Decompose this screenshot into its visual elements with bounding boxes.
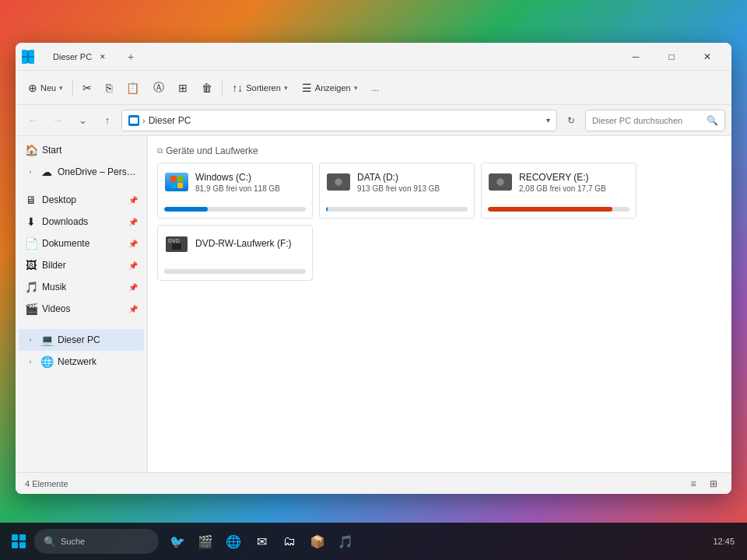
forward-button[interactable]: → [47,110,68,131]
taskbar-files-icon[interactable]: 🗂 [277,529,302,554]
drive-d-top: DATA (D:) 913 GB frei von 913 GB [326,170,468,194]
taskbar-box-icon[interactable]: 📦 [305,529,330,554]
new-tab-button[interactable]: + [120,46,142,68]
grid-view-button[interactable]: ⊞ [705,475,722,492]
drive-c[interactable]: Windows (C:) 81,9 GB frei von 118 GB [157,163,313,219]
taskbar-right: 12:45 [713,537,741,546]
taskbar-music-icon[interactable]: 🎵 [333,529,358,554]
address-path: Dieser PC [149,115,543,126]
sidebar-item-videos[interactable]: 🎬 Videos 📌 [19,298,144,320]
sidebar-item-onedrive[interactable]: › ☁ OneDrive – Persona [19,161,144,183]
sort-icon: ↑↓ [232,82,243,94]
address-separator: › [142,116,146,125]
taskbar-video-icon[interactable]: 🎬 [193,529,218,554]
drive-f-bar-track [164,269,306,274]
onedrive-label: OneDrive – Persona [58,166,138,177]
view-button[interactable]: ☰ Anzeigen ▾ [296,75,364,100]
list-view-button[interactable]: ≡ [685,475,702,492]
drive-e-top: RECOVERY (E:) 2,08 GB frei von 17,7 GB [488,170,630,194]
network-icon: 🌐 [40,355,53,368]
rename-button[interactable]: Ⓐ [147,75,170,100]
main-panel: ⧉ Geräte und Laufwerke [148,136,731,472]
drive-d-name: DATA (D:) [357,172,468,183]
back-button[interactable]: ← [22,110,44,131]
toolbar: ⊕ Neu ▾ ✂ ⎘ 📋 Ⓐ ⊞ 🗑 ↑↓ Sortieren ▾ ☰ [16,71,731,105]
delete-button[interactable]: 🗑 [195,75,219,100]
home-icon: 🏠 [25,144,37,156]
drive-f-top: DVD DVD-RW-Laufwerk (F:) [164,232,306,257]
maximize-button[interactable]: □ [654,43,689,71]
taskbar-icons: 🐦 🎬 🌐 ✉ 🗂 📦 🎵 [165,529,358,554]
content-area: 🏠 Start › ☁ OneDrive – Persona 🖥 Desktop… [16,136,731,472]
drive-f[interactable]: DVD DVD-RW-Laufwerk (F:) [157,225,313,281]
taskbar-search[interactable]: 🔍 Suche [34,529,159,554]
drive-d[interactable]: DATA (D:) 913 GB frei von 913 GB [319,163,475,219]
desktop-label: Desktop [42,194,124,205]
desktop-icon: 🖥 [25,194,37,206]
pictures-icon: 🖼 [25,259,37,271]
new-button[interactable]: ⊕ Neu ▾ [22,75,69,100]
copy-icon: ⎘ [106,82,112,94]
share-button[interactable]: ⊞ [172,75,194,100]
sidebar-item-network[interactable]: › 🌐 Netzwerk [19,351,144,373]
taskbar-search-icon: 🔍 [44,536,56,548]
taskbar-browser-icon[interactable]: 🌐 [221,529,246,554]
refresh-button[interactable]: ↻ [560,110,582,131]
view-icon: ☰ [302,82,312,94]
network-label: Netzwerk [58,356,138,367]
plus-icon: ⊕ [28,82,37,94]
close-button[interactable]: ✕ [689,43,725,71]
sidebar: 🏠 Start › ☁ OneDrive – Persona 🖥 Desktop… [16,136,148,472]
this-pc-label: Dieser PC [58,334,138,345]
drive-c-top: Windows (C:) 81,9 GB frei von 118 GB [164,170,306,194]
sort-label: Sortieren [246,83,281,93]
recent-locations-button[interactable]: ⌄ [72,110,93,131]
music-icon: 🎵 [25,281,37,293]
view-label: Anzeigen [315,83,351,93]
minimize-button[interactable]: ─ [618,43,654,71]
taskbar: 🔍 Suche 🐦 🎬 🌐 ✉ 🗂 📦 🎵 12:45 [0,523,747,560]
sidebar-item-desktop[interactable]: 🖥 Desktop 📌 [19,189,144,211]
cut-button[interactable]: ✂ [76,75,98,100]
view-dropdown-icon: ▾ [354,84,358,92]
drive-c-bar-track [164,207,306,212]
documents-pin-icon: 📌 [128,240,138,248]
devices-section-title: ⧉ Geräte und Laufwerke [157,145,722,156]
start-label: Start [42,145,138,156]
downloads-label: Downloads [42,216,124,227]
address-bar: ← → ⌄ ↑ › Dieser PC ▾ ↻ 🔍 [16,105,731,136]
sidebar-item-this-pc[interactable]: › 💻 Dieser PC [19,329,144,351]
taskbar-bird-icon[interactable]: 🐦 [165,529,190,554]
windows-logo [12,534,26,548]
sidebar-item-pictures[interactable]: 🖼 Bilder 📌 [19,254,144,276]
search-icon: 🔍 [707,115,718,126]
new-dropdown-icon: ▾ [59,84,63,92]
onedrive-icon: ☁ [40,166,53,178]
documents-icon: 📄 [25,237,37,250]
section-arrow-icon: ⧉ [157,146,163,156]
search-box[interactable]: 🔍 [585,110,725,131]
copy-button[interactable]: ⎘ [100,75,118,100]
more-button[interactable]: ... [366,75,385,100]
sidebar-item-downloads[interactable]: ⬇ Downloads 📌 [19,211,144,233]
drive-e-bar-fill [488,207,612,212]
taskbar-search-label: Suche [61,537,85,546]
titlebar: Dieser PC ✕ + ─ □ ✕ [16,43,731,71]
tab-close-button[interactable]: ✕ [96,51,109,63]
taskbar-mail-icon[interactable]: ✉ [249,529,274,554]
sidebar-item-documents[interactable]: 📄 Dokumente 📌 [19,233,144,254]
drive-c-info: Windows (C:) 81,9 GB frei von 118 GB [195,172,306,193]
tab-dieser-pc[interactable]: Dieser PC ✕ [44,46,118,68]
cut-icon: ✂ [82,82,92,94]
sidebar-item-music[interactable]: 🎵 Musik 📌 [19,276,144,298]
address-box[interactable]: › Dieser PC ▾ [121,110,557,131]
start-button[interactable] [6,529,31,554]
drive-e[interactable]: RECOVERY (E:) 2,08 GB frei von 17,7 GB [481,163,637,219]
share-icon: ⊞ [178,82,188,94]
sort-button[interactable]: ↑↓ Sortieren ▾ [226,75,294,100]
search-input[interactable] [592,116,703,125]
documents-label: Dokumente [42,238,124,249]
paste-button[interactable]: 📋 [120,75,146,100]
up-button[interactable]: ↑ [96,110,118,131]
sidebar-item-start[interactable]: 🏠 Start [19,139,144,161]
